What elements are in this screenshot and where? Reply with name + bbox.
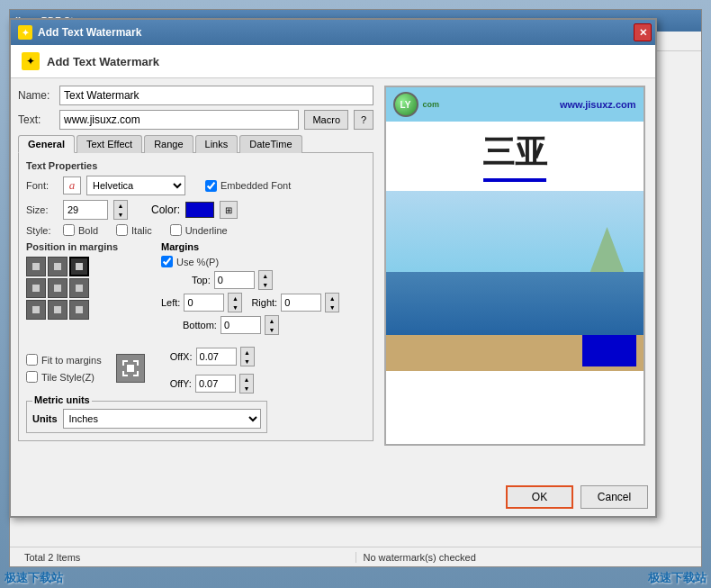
- left-right-row: Left: ▲ ▼ Right: ▲ ▼: [161, 293, 365, 312]
- fit-tile-row: Fit to margins Tile Style(Z): [26, 343, 365, 394]
- offx-up-arrow[interactable]: ▲: [241, 348, 254, 357]
- text-row: Text: Macro ?: [18, 110, 374, 130]
- size-input[interactable]: [63, 200, 108, 220]
- italic-checkbox[interactable]: [116, 224, 128, 236]
- top-input[interactable]: [214, 271, 255, 289]
- name-input[interactable]: [59, 86, 374, 105]
- bottom-spinner[interactable]: ▲ ▼: [265, 315, 279, 335]
- units-row: Units Inches Centimeters Millimeters Poi…: [32, 409, 261, 429]
- preview-beach-sea: [386, 272, 644, 344]
- tab-links[interactable]: Links: [195, 135, 238, 153]
- cancel-button[interactable]: Cancel: [580, 485, 648, 509]
- pos-bottom-center[interactable]: [48, 300, 68, 320]
- offy-down-arrow[interactable]: ▼: [240, 384, 253, 393]
- position-section: Position in margins: [26, 241, 143, 338]
- offx-down-arrow[interactable]: ▼: [241, 357, 254, 366]
- top-spinner[interactable]: ▲ ▼: [258, 270, 273, 290]
- size-spinner[interactable]: ▲ ▼: [113, 200, 128, 220]
- tab-text-effect[interactable]: Text Effect: [76, 135, 142, 153]
- position-title: Position in margins: [26, 241, 143, 252]
- use-percent-checkbox[interactable]: [161, 256, 173, 267]
- preview-title-text: 三亚: [386, 131, 644, 175]
- size-color-row: Size: ▲ ▼ Color: ⊞: [26, 200, 365, 220]
- pos-top-left[interactable]: [26, 257, 46, 276]
- color-swatch[interactable]: [185, 202, 214, 218]
- text-properties-title: Text Properties: [26, 160, 365, 171]
- embedded-font-checkbox[interactable]: [205, 180, 217, 192]
- bottom-row: Bottom: ▲ ▼: [161, 315, 365, 335]
- status-bar: Total 2 Items No watermark(s) checked: [10, 547, 701, 566]
- offx-row: OffX: ▲ ▼: [170, 347, 255, 366]
- right-down-arrow[interactable]: ▼: [326, 303, 338, 312]
- bottom-up-arrow[interactable]: ▲: [266, 316, 278, 325]
- offy-up-arrow[interactable]: ▲: [240, 375, 253, 384]
- size-up-arrow[interactable]: ▲: [114, 201, 127, 210]
- text-name-row: Name:: [18, 86, 374, 105]
- text-input[interactable]: [59, 110, 299, 130]
- bottom-input[interactable]: [220, 316, 261, 334]
- left-input[interactable]: [184, 294, 224, 312]
- tab-datetime[interactable]: DateTime: [239, 135, 302, 153]
- tile-style-checkbox[interactable]: [26, 371, 38, 383]
- left-up-arrow[interactable]: ▲: [229, 294, 241, 303]
- pos-middle-left[interactable]: [26, 278, 46, 298]
- dialog-titlebar: ✦ Add Text Watermark ✕: [11, 20, 655, 45]
- style-label: Style:: [26, 225, 58, 236]
- dialog-close-button[interactable]: ✕: [634, 23, 652, 41]
- offy-spinner[interactable]: ▲ ▼: [239, 374, 254, 394]
- preview-url-text: www.jisuxz.com: [560, 99, 636, 110]
- add-text-watermark-dialog: ✦ Add Text Watermark ✕ ✦ Add Text Waterm…: [9, 18, 657, 518]
- pos-bottom-left[interactable]: [26, 300, 46, 320]
- tab-general[interactable]: General: [18, 135, 75, 153]
- fit-icon-inner: [122, 360, 139, 376]
- offy-input[interactable]: [195, 375, 236, 393]
- pos-top-center[interactable]: [48, 257, 68, 276]
- bottom-down-arrow[interactable]: ▼: [266, 325, 278, 334]
- use-percent-row: Use %(P): [161, 256, 365, 267]
- top-down-arrow[interactable]: ▼: [259, 280, 272, 289]
- bold-checkbox[interactable]: [63, 224, 75, 236]
- font-row: Font: a Helvetica Embedded Font: [26, 176, 365, 195]
- metric-units-title: Metric units: [32, 394, 92, 405]
- right-spinner[interactable]: ▲ ▼: [325, 293, 339, 312]
- left-down-arrow[interactable]: ▼: [229, 303, 241, 312]
- style-row: Style: Bold Italic Underline: [26, 224, 365, 236]
- help-button[interactable]: ?: [354, 110, 374, 130]
- offx-spinner[interactable]: ▲ ▼: [240, 347, 255, 366]
- top-up-arrow[interactable]: ▲: [259, 271, 272, 280]
- italic-label: Italic: [116, 224, 152, 236]
- right-up-arrow[interactable]: ▲: [326, 294, 338, 303]
- color-picker-button[interactable]: ⊞: [220, 201, 238, 219]
- units-select[interactable]: Inches Centimeters Millimeters Points: [63, 409, 261, 429]
- tab-range[interactable]: Range: [144, 135, 193, 153]
- offy-row: OffY: ▲ ▼: [170, 374, 255, 394]
- preview-logo-circle: LY: [393, 92, 418, 117]
- dialog-header: ✦ Add Text Watermark: [11, 45, 655, 78]
- preview-image-area: [386, 191, 644, 371]
- tabs: General Text Effect Range Links DateTime: [18, 135, 374, 153]
- metric-row: Metric units Units Inches Centimeters Mi…: [26, 401, 365, 433]
- pos-top-right[interactable]: [69, 257, 89, 276]
- metric-units-group: Metric units Units Inches Centimeters Mi…: [26, 401, 267, 433]
- tab-content-general: Text Properties Font: a Helvetica Embedd…: [18, 152, 374, 441]
- pos-middle-center[interactable]: [48, 278, 68, 298]
- fit-margins-checkbox[interactable]: [26, 354, 38, 366]
- right-panel: LY com www.jisuxz.com 三亚: [381, 86, 648, 486]
- dialog-header-title: Add Text Watermark: [47, 55, 159, 68]
- tile-style-label: Tile Style(Z): [26, 371, 102, 383]
- margins-title: Margins: [161, 241, 365, 252]
- pos-middle-right[interactable]: [69, 278, 89, 298]
- size-down-arrow[interactable]: ▼: [114, 210, 127, 219]
- underline-checkbox[interactable]: [170, 224, 182, 236]
- pos-bottom-right[interactable]: [69, 300, 89, 320]
- preview-title-area: 三亚: [386, 122, 644, 191]
- left-spinner[interactable]: ▲ ▼: [228, 293, 242, 312]
- ok-button[interactable]: OK: [506, 485, 573, 509]
- offx-input[interactable]: [196, 348, 237, 366]
- left-panel: Name: Text: Macro ? General Text Effect …: [18, 86, 374, 486]
- right-input[interactable]: [281, 294, 321, 312]
- off-xy-container: OffX: ▲ ▼ OffY: ▲ ▼: [170, 343, 255, 394]
- macro-button[interactable]: Macro: [304, 110, 348, 130]
- font-select[interactable]: Helvetica: [86, 176, 185, 195]
- preview-frame: LY com www.jisuxz.com 三亚: [384, 86, 645, 446]
